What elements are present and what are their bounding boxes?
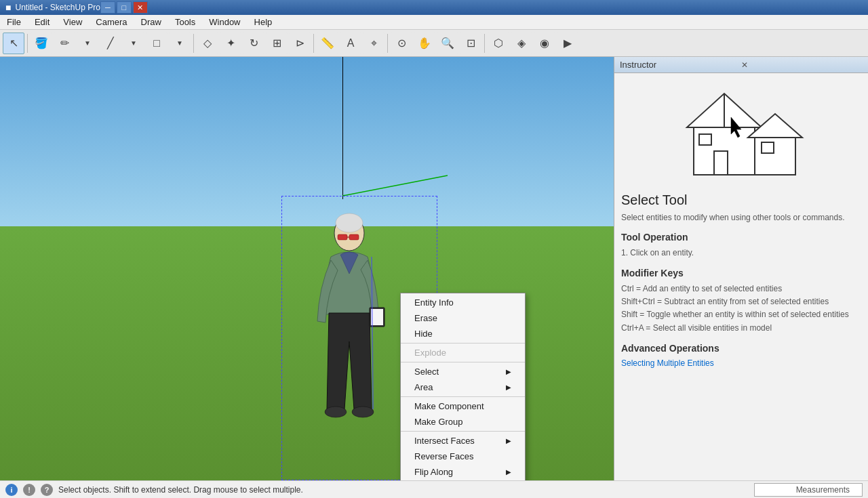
zoom-button[interactable]: 🔍 [437,33,458,54]
zoom-window-button[interactable]: ⊡ [460,33,481,54]
ctx-select[interactable]: Select ▶ [401,364,525,379]
scale-button[interactable]: ⊞ [266,33,288,54]
followme-button[interactable]: ⊳ [289,33,311,54]
status-icon-info: i [5,484,18,496]
rotate-button[interactable]: ↻ [243,33,264,54]
dropdown-1[interactable]: ▼ [77,33,98,54]
ctx-area-arrow: ▶ [506,383,511,391]
toolbar: ↖ 🪣 ✏ ▼ ╱ ▼ □ ▼ ◇ ✦ ↻ ⊞ ⊳ 📏 A ⌖ ⊙ ✋ 🔍 ⊡ … [0,30,868,57]
toolbar-sep-4 [387,34,388,53]
tape-button[interactable]: 📏 [317,33,338,54]
measurements-label: Measurements [796,485,850,495]
styles-button[interactable]: ◉ [534,33,555,54]
ctx-reverse-faces[interactable]: Reverse Faces [401,449,525,464]
menu-window[interactable]: Window [202,16,247,28]
svg-point-7 [352,407,374,417]
dimension-button[interactable]: A [340,33,361,54]
push-pull-button[interactable]: ◇ [197,33,218,54]
titlebar-controls: ─ □ ✕ [100,1,148,14]
person-figure [312,206,393,463]
advanced-ops-link[interactable]: Selecting Multiple Entities [621,358,714,368]
ctx-intersect-arrow: ▶ [506,437,511,444]
toolbar-sep-2 [193,34,194,53]
ctx-entity-info[interactable]: Entity Info [401,295,525,310]
shape-tool-button[interactable]: □ [146,33,167,54]
axis-vertical [342,57,343,199]
toolbar-sep-1 [27,34,28,53]
menu-file[interactable]: File [0,16,28,28]
menu-help[interactable]: Help [248,16,279,28]
tool-description: Select entities to modify when using oth… [621,212,861,224]
select-tool-button[interactable]: ↖ [3,33,24,54]
ctx-area[interactable]: Area ▶ [401,379,525,395]
menu-tools[interactable]: Tools [168,16,202,28]
toolbar-sep-3 [313,34,314,53]
orbit-button[interactable]: ⊙ [391,33,412,54]
status-icon-warning: ! [23,484,35,496]
ctx-erase[interactable]: Erase [401,310,525,326]
status-message: Select objects. Shift to extend select. … [58,485,303,495]
pencil-tool-button[interactable]: ✏ [54,33,75,54]
status-icon-question: ? [41,484,53,496]
minimize-button[interactable]: ─ [100,1,115,14]
ctx-make-group[interactable]: Make Group [401,414,525,430]
titlebar-title: Untitled - SketchUp Pro [15,3,100,12]
menu-edit[interactable]: Edit [28,16,56,28]
statusbar: i ! ? Select objects. Shift to extend se… [0,480,868,498]
ctx-sep-2 [401,362,525,362]
instructor-title-bar: Instructor ✕ [614,57,868,73]
tool-operation-body: 1. Click on an entity. [621,247,861,260]
ctx-flip-along[interactable]: Flip Along ▶ [401,464,525,480]
app-icon: ■ [5,2,11,13]
ctx-sep-3 [401,396,525,397]
svg-rect-15 [714,151,728,175]
advanced-ops-title: Advanced Operations [621,343,861,354]
pan-button[interactable]: ✋ [414,33,435,54]
svg-rect-3 [338,234,347,240]
svg-rect-16 [699,134,711,145]
instructor-illustration [673,80,809,182]
ctx-select-arrow: ▶ [506,368,511,375]
ctx-sep-1 [401,343,525,344]
svg-rect-4 [349,234,359,240]
dropdown-2[interactable]: ▼ [123,33,144,54]
menu-draw[interactable]: Draw [134,16,168,28]
materials-button[interactable]: ◈ [511,33,532,54]
instructor-title-text: Instructor [620,60,741,70]
ctx-flip-arrow: ▶ [506,468,511,476]
svg-point-6 [325,407,347,417]
protractor-button[interactable]: ⌖ [363,33,384,54]
ctx-hide[interactable]: Hide [401,326,525,341]
close-button[interactable]: ✕ [133,1,148,14]
scenes-button[interactable]: ▶ [557,33,578,54]
main-area: Entity Info Erase Hide Explode Select ▶ … [0,57,868,480]
context-menu: Entity Info Erase Hide Explode Select ▶ … [400,293,526,480]
menu-view[interactable]: View [56,16,89,28]
ctx-explode: Explode [401,345,525,360]
ctx-make-component[interactable]: Make Component [401,398,525,414]
dropdown-3[interactable]: ▼ [169,33,191,54]
instructor-content[interactable]: Select Tool Select entities to modify wh… [614,73,868,480]
toolbar-sep-5 [484,34,485,53]
move-button[interactable]: ✦ [220,33,241,54]
ctx-sep-4 [401,431,525,432]
svg-rect-17 [762,142,774,153]
instructor-close-button[interactable]: ✕ [741,60,863,70]
viewport[interactable]: Entity Info Erase Hide Explode Select ▶ … [0,57,614,480]
ctx-intersect-faces[interactable]: Intersect Faces ▶ [401,433,525,449]
measurements-box: Measurements [754,483,863,497]
modifier-keys-body: Ctrl = Add an entity to set of selected … [621,283,861,335]
tool-operation-title: Tool Operation [621,232,861,243]
titlebar: ■ Untitled - SketchUp Pro ─ □ ✕ [0,0,868,15]
menu-camera[interactable]: Camera [89,16,134,28]
component-button[interactable]: ⬡ [488,33,509,54]
tool-name-heading: Select Tool [621,192,861,208]
maximize-button[interactable]: □ [117,1,132,14]
line-tool-button[interactable]: ╱ [100,33,121,54]
svg-point-2 [336,213,363,232]
paint-tool-button[interactable]: 🪣 [31,33,52,54]
modifier-keys-title: Modifier Keys [621,268,861,278]
sky [0,57,614,247]
instructor-panel: Instructor ✕ [614,57,868,480]
menubar: File Edit View Camera Draw Tools Window … [0,15,868,30]
